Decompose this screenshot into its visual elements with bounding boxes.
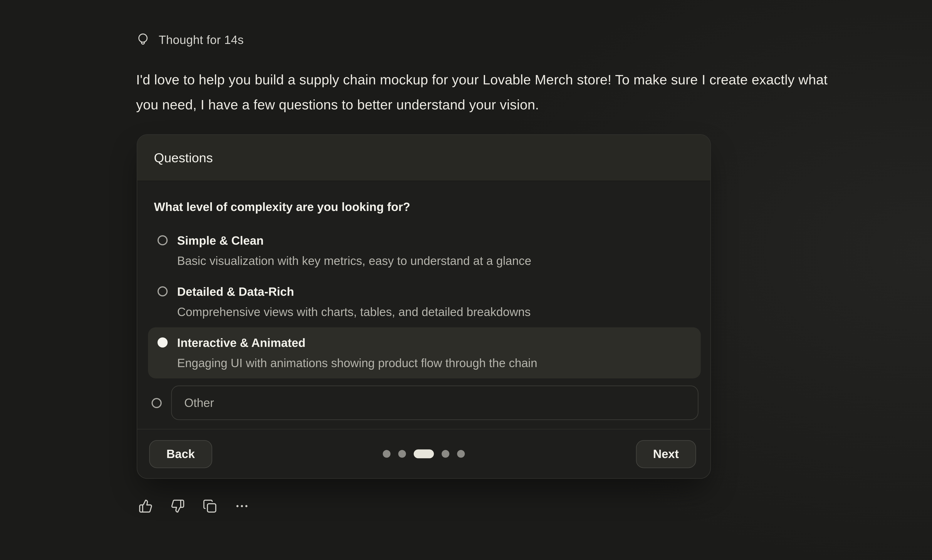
questions-card-footer: Back Next [137, 429, 710, 478]
other-input[interactable] [171, 386, 698, 420]
pagination-dot[interactable] [398, 450, 406, 458]
thumbs-down-icon[interactable] [171, 498, 185, 514]
next-button[interactable]: Next [636, 440, 696, 468]
pagination-dot[interactable] [383, 450, 391, 458]
lightbulb-icon [136, 32, 150, 48]
chat-page: Thought for 14s I'd love to help you bui… [0, 0, 932, 560]
pagination-dot[interactable] [442, 450, 450, 458]
option-other[interactable] [152, 386, 698, 420]
pagination-dot[interactable] [457, 450, 465, 458]
option-title: Interactive & Animated [177, 335, 537, 351]
option-interactive-animated[interactable]: Interactive & Animated Engaging UI with … [148, 327, 701, 378]
thumbs-up-icon[interactable] [139, 498, 153, 514]
options-list: Simple & Clean Basic visualization with … [154, 225, 693, 420]
radio-unselected-icon[interactable] [157, 286, 168, 297]
option-title: Detailed & Data-Rich [177, 284, 531, 300]
option-text: Interactive & Animated Engaging UI with … [177, 335, 537, 371]
option-simple-clean[interactable]: Simple & Clean Basic visualization with … [148, 225, 701, 276]
radio-selected-icon[interactable] [157, 337, 168, 347]
pagination-dot-active[interactable] [414, 449, 434, 458]
copy-icon[interactable] [203, 498, 217, 514]
option-text: Detailed & Data-Rich Comprehensive views… [177, 284, 531, 320]
question-text: What level of complexity are you looking… [154, 199, 693, 215]
more-options-icon[interactable] [235, 498, 249, 514]
assistant-message: I'd love to help you build a supply chai… [136, 67, 830, 117]
questions-card-body: What level of complexity are you looking… [137, 181, 710, 429]
message-actions [139, 498, 249, 514]
option-text: Simple & Clean Basic visualization with … [177, 233, 531, 269]
pagination-dots [383, 449, 465, 458]
option-description: Engaging UI with animations showing prod… [177, 355, 537, 371]
option-description: Basic visualization with key metrics, ea… [177, 253, 531, 269]
option-description: Comprehensive views with charts, tables,… [177, 304, 531, 320]
questions-card-header: Questions [137, 135, 710, 181]
page-scaler: Thought for 14s I'd love to help you bui… [0, 0, 932, 560]
thought-toggle[interactable]: Thought for 14s [136, 32, 244, 48]
card-title: Questions [154, 150, 213, 166]
back-button[interactable]: Back [149, 440, 212, 468]
option-detailed-data-rich[interactable]: Detailed & Data-Rich Comprehensive views… [148, 276, 701, 327]
thought-label: Thought for 14s [159, 33, 244, 47]
questions-card: Questions What level of complexity are y… [137, 134, 711, 478]
radio-unselected-icon[interactable] [157, 235, 168, 245]
option-title: Simple & Clean [177, 233, 531, 248]
radio-unselected-icon[interactable] [152, 398, 162, 408]
